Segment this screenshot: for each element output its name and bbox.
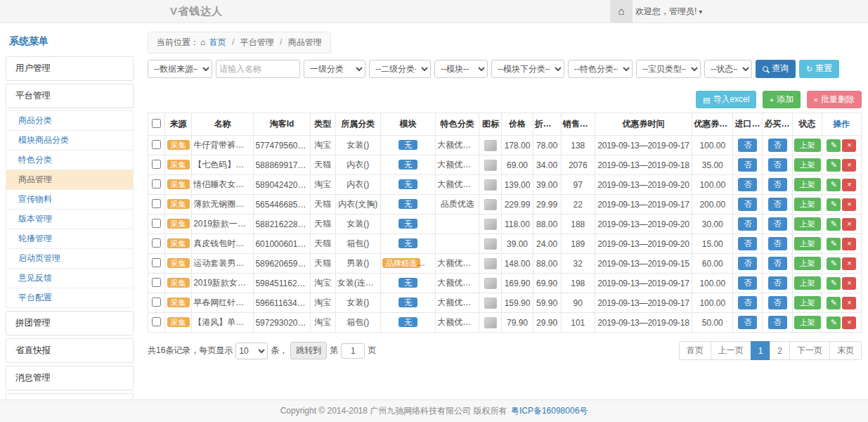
- status-button[interactable]: 上架: [794, 296, 821, 309]
- sidebar-group-1[interactable]: 平台管理: [6, 84, 134, 108]
- delete-button[interactable]: ×: [842, 218, 856, 231]
- import-select-toggle[interactable]: 否: [738, 276, 757, 290]
- sidebar-item-11[interactable]: 平台配置: [6, 288, 134, 308]
- delete-button[interactable]: ×: [842, 179, 856, 191]
- delete-button[interactable]: ×: [842, 139, 856, 152]
- sidebar-item-2[interactable]: 商品分类: [6, 110, 134, 131]
- import-select-toggle[interactable]: 否: [738, 158, 757, 172]
- edit-button[interactable]: ✎: [827, 198, 841, 211]
- row-checkbox[interactable]: [152, 238, 161, 248]
- row-checkbox[interactable]: [152, 298, 161, 307]
- import-select-toggle[interactable]: 否: [738, 217, 757, 231]
- delete-button[interactable]: ×: [842, 316, 856, 329]
- module-sub-category-select[interactable]: --模块下分类--: [491, 60, 564, 78]
- edit-button[interactable]: ✎: [827, 238, 841, 250]
- edit-button[interactable]: ✎: [827, 139, 841, 152]
- status-button[interactable]: 上架: [794, 316, 821, 329]
- name-input[interactable]: [216, 60, 300, 78]
- import-select-toggle[interactable]: 否: [738, 296, 757, 309]
- delete-button[interactable]: ×: [842, 238, 856, 250]
- module-select[interactable]: --模块--: [434, 60, 488, 78]
- edit-button[interactable]: ✎: [827, 179, 841, 191]
- must-buy-toggle[interactable]: 否: [768, 158, 787, 172]
- delete-button[interactable]: ×: [842, 297, 856, 309]
- page-button-4[interactable]: 下一页: [789, 341, 830, 360]
- must-buy-toggle[interactable]: 否: [768, 316, 787, 329]
- home-button[interactable]: ⌂: [610, 0, 633, 23]
- edit-button[interactable]: ✎: [827, 159, 841, 172]
- sidebar-item-8[interactable]: 轮播管理: [6, 229, 134, 249]
- must-buy-toggle[interactable]: 否: [768, 257, 787, 270]
- sidebar-item-10[interactable]: 意见反馈: [6, 268, 134, 288]
- item-type-select[interactable]: --宝贝类型--: [636, 60, 701, 78]
- page-button-2[interactable]: 1: [751, 341, 771, 360]
- reset-button[interactable]: ↻ 重置: [799, 60, 839, 77]
- add-button[interactable]: + 添加: [763, 91, 801, 108]
- must-buy-toggle[interactable]: 否: [768, 139, 787, 152]
- delete-button[interactable]: ×: [842, 198, 856, 211]
- page-button-1[interactable]: 上一页: [711, 341, 751, 360]
- status-button[interactable]: 上架: [794, 257, 821, 270]
- must-buy-toggle[interactable]: 否: [768, 198, 787, 211]
- status-button[interactable]: 上架: [794, 158, 821, 172]
- status-button[interactable]: 上架: [794, 198, 821, 211]
- icp-link[interactable]: 粤ICP备16098006号: [511, 406, 588, 416]
- row-checkbox[interactable]: [152, 278, 161, 287]
- must-buy-toggle[interactable]: 否: [768, 237, 787, 250]
- status-button[interactable]: 上架: [794, 178, 821, 191]
- status-select[interactable]: --状态--: [704, 60, 752, 78]
- sidebar-item-7[interactable]: 版本管理: [6, 209, 134, 229]
- breadcrumb-home-link[interactable]: 首页: [209, 37, 226, 47]
- status-button[interactable]: 上架: [794, 139, 821, 152]
- sidebar-group-0[interactable]: 用户管理: [6, 56, 134, 81]
- sidebar-item-6[interactable]: 宣传物料: [6, 189, 134, 210]
- level1-category-select[interactable]: 一级分类: [304, 60, 365, 78]
- import-select-toggle[interactable]: 否: [738, 178, 757, 191]
- edit-button[interactable]: ✎: [827, 218, 841, 231]
- sidebar-item-3[interactable]: 模块商品分类: [6, 130, 134, 151]
- row-checkbox[interactable]: [152, 140, 161, 149]
- sidebar-group-14[interactable]: 消息管理: [6, 366, 134, 390]
- per-page-select[interactable]: 10: [235, 343, 268, 359]
- edit-button[interactable]: ✎: [827, 316, 841, 329]
- edit-button[interactable]: ✎: [827, 277, 841, 290]
- page-number-input[interactable]: [341, 343, 365, 359]
- edit-button[interactable]: ✎: [827, 257, 841, 270]
- user-menu[interactable]: 欢迎您，管理员!▾: [635, 0, 702, 23]
- sidebar-item-5[interactable]: 商品管理: [6, 170, 134, 190]
- import-select-toggle[interactable]: 否: [738, 237, 757, 250]
- jump-button[interactable]: 跳转到: [290, 342, 327, 359]
- row-checkbox[interactable]: [152, 160, 161, 169]
- select-all-checkbox[interactable]: [152, 119, 161, 128]
- sidebar-group-13[interactable]: 省直快报: [6, 338, 134, 363]
- page-button-5[interactable]: 末页: [829, 341, 862, 360]
- page-button-3[interactable]: 2: [770, 341, 790, 360]
- feature-category-select[interactable]: --特色分类--: [568, 60, 633, 78]
- batch-delete-button[interactable]: × 批量删除: [807, 91, 862, 108]
- row-checkbox[interactable]: [152, 219, 161, 228]
- delete-button[interactable]: ×: [842, 159, 856, 172]
- import-select-toggle[interactable]: 否: [738, 198, 757, 211]
- import-select-toggle[interactable]: 否: [738, 139, 757, 152]
- data-source-select[interactable]: --数据来源--: [148, 60, 212, 78]
- sidebar-item-9[interactable]: 启动页管理: [6, 248, 134, 269]
- row-checkbox[interactable]: [152, 317, 161, 326]
- must-buy-toggle[interactable]: 否: [768, 217, 787, 231]
- import-select-toggle[interactable]: 否: [738, 316, 757, 329]
- import-excel-button[interactable]: ▤ 导入excel: [696, 91, 756, 108]
- must-buy-toggle[interactable]: 否: [768, 276, 787, 290]
- row-checkbox[interactable]: [152, 199, 161, 208]
- must-buy-toggle[interactable]: 否: [768, 178, 787, 191]
- level2-category-select[interactable]: --二级分类--: [369, 60, 431, 78]
- search-button[interactable]: 查询: [756, 60, 796, 77]
- status-button[interactable]: 上架: [794, 276, 821, 290]
- row-checkbox[interactable]: [152, 179, 161, 188]
- sidebar-group-12[interactable]: 拼团管理: [6, 311, 134, 335]
- status-button[interactable]: 上架: [794, 237, 821, 250]
- import-select-toggle[interactable]: 否: [738, 257, 757, 270]
- row-checkbox[interactable]: [152, 258, 161, 267]
- delete-button[interactable]: ×: [842, 257, 856, 270]
- delete-button[interactable]: ×: [842, 277, 856, 290]
- page-button-0[interactable]: 首页: [679, 341, 711, 360]
- edit-button[interactable]: ✎: [827, 297, 841, 309]
